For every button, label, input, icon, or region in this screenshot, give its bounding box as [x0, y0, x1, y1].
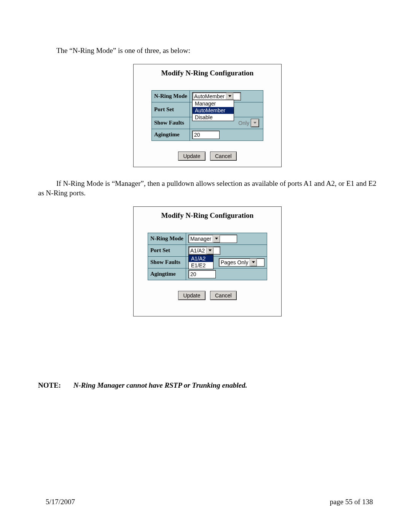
config-form-table: N-Ring Mode AutoMember Manager AutoMembe… — [151, 90, 263, 141]
intro-text: The “N-Ring Mode” is one of three, as be… — [38, 46, 377, 56]
note-text: N-Ring Manager cannot have RSTP or Trunk… — [73, 381, 247, 389]
page-footer: 5/17/2007 page 55 of 138 — [0, 498, 411, 506]
dropdown-option[interactable]: Disable — [193, 114, 234, 121]
show-faults-select[interactable]: Pages Only — [219, 258, 264, 267]
chevron-down-icon[interactable] — [226, 93, 233, 100]
chevron-down-icon[interactable] — [251, 119, 259, 127]
middle-text: If N-Ring Mode is “Manager”, then a pull… — [38, 179, 377, 198]
note-line: NOTE: N-Ring Manager cannot have RSTP or… — [38, 381, 377, 390]
nring-mode-select[interactable]: AutoMember — [192, 92, 241, 101]
label-agingtime: Agingtime — [148, 268, 186, 280]
chevron-down-icon[interactable] — [206, 247, 213, 254]
nring-mode-value: AutoMember — [193, 93, 226, 100]
port-set-value: A1/A2 — [189, 247, 206, 254]
agingtime-input[interactable]: 20 — [188, 270, 216, 278]
label-show-faults: Show Faults — [148, 256, 186, 268]
dropdown-option[interactable]: AutoMember — [193, 107, 234, 114]
footer-date: 5/17/2007 — [46, 498, 75, 506]
label-agingtime: Agingtime — [151, 129, 190, 141]
label-nring-mode: N-Ring Mode — [151, 90, 190, 102]
show-faults-ghost: Only — [238, 120, 249, 126]
update-button[interactable]: Update — [178, 291, 205, 300]
config-panel-1: Modify N-Ring Configuration N-Ring Mode … — [133, 64, 282, 167]
label-port-set: Port Set — [148, 244, 186, 256]
port-set-dropdown[interactable]: A1/A2 E1/E2 — [188, 255, 213, 269]
config-panel-2: Modify N-Ring Configuration N-Ring Mode … — [133, 206, 282, 316]
nring-mode-select[interactable]: Manager — [188, 235, 237, 243]
label-port-set: Port Set — [151, 102, 190, 117]
cancel-button[interactable]: Cancel — [210, 152, 237, 161]
config-form-table: N-Ring Mode Manager Port Set A1/A2 — [148, 233, 267, 280]
port-set-select[interactable]: A1/A2 — [188, 246, 220, 255]
show-faults-value: Pages Only — [219, 259, 250, 266]
update-button[interactable]: Update — [178, 152, 205, 161]
chevron-down-icon[interactable] — [213, 235, 220, 243]
panel-title: Modify N-Ring Configuration — [137, 211, 277, 220]
agingtime-input[interactable]: 20 — [192, 131, 220, 139]
dropdown-option[interactable]: Manager — [193, 100, 234, 107]
note-label: NOTE: — [38, 381, 72, 390]
dropdown-option[interactable]: A1/A2 — [189, 255, 213, 262]
chevron-down-icon[interactable] — [250, 259, 257, 266]
nring-mode-value: Manager — [189, 235, 213, 243]
label-show-faults: Show Faults — [151, 117, 190, 129]
nring-mode-dropdown[interactable]: Manager AutoMember Disable — [192, 100, 234, 121]
footer-page: page 55 of 138 — [330, 498, 373, 506]
panel-title: Modify N-Ring Configuration — [137, 69, 277, 77]
label-nring-mode: N-Ring Mode — [148, 233, 186, 244]
cancel-button[interactable]: Cancel — [210, 291, 237, 300]
show-faults-select[interactable] — [251, 119, 259, 127]
dropdown-option[interactable]: E1/E2 — [189, 262, 213, 269]
